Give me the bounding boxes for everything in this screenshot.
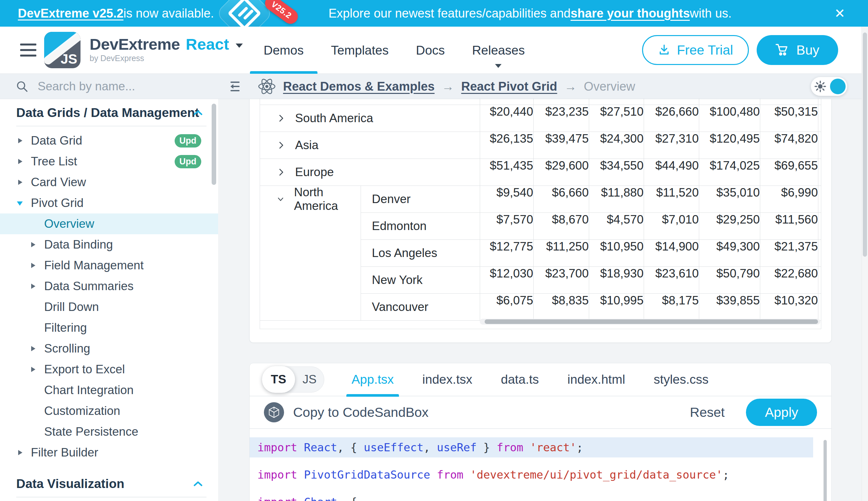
page-scrollbar-thumb[interactable] xyxy=(863,32,867,257)
theme-toggle[interactable] xyxy=(811,77,847,96)
sidebar-section-data-grids-data-management[interactable]: Data Grids / Data Management xyxy=(0,104,218,122)
apply-button[interactable]: Apply xyxy=(746,399,817,426)
sidebar-item-drill-down[interactable]: Drill Down xyxy=(0,297,218,318)
banner-version-link[interactable]: DevExtreme v25.2 xyxy=(18,7,123,20)
sidebar-item-filtering[interactable]: Filtering xyxy=(0,318,218,338)
value-cell: $26,135 xyxy=(480,131,533,159)
banner-message: Explore our newest features/capabilities… xyxy=(329,0,732,26)
language-toggle-knob-ts[interactable]: TS xyxy=(262,366,295,393)
tab-styles-css[interactable]: styles.css xyxy=(639,363,723,396)
expand-right-icon xyxy=(31,346,35,351)
nav-item-demos[interactable]: Demos xyxy=(250,26,318,74)
tab-index-html[interactable]: index.html xyxy=(553,363,639,396)
sidebar-scrollbar-thumb[interactable] xyxy=(212,104,216,185)
copy-to-codesandbox-button[interactable]: Copy to CodeSandBox xyxy=(264,402,428,422)
nav-item-label: Templates xyxy=(331,43,389,57)
tab-data-ts[interactable]: data.ts xyxy=(486,363,553,396)
value-cell: $49,300 xyxy=(699,239,760,266)
language-toggle[interactable]: TS JS xyxy=(262,366,324,393)
banner-message-pre: Explore our newest features/capabilities… xyxy=(329,7,571,20)
code-line: import PivotGridDataSource from 'devextr… xyxy=(250,465,831,485)
buy-button[interactable]: Buy xyxy=(757,35,838,65)
language-toggle-js[interactable]: JS xyxy=(295,373,324,386)
banner-close-icon[interactable]: ✕ xyxy=(831,4,848,22)
sidebar-item-state-persistence[interactable]: State Persistence xyxy=(0,422,218,442)
demo-sidebar: Data Grids / Data ManagementData GridUpd… xyxy=(0,99,218,501)
code-token: } xyxy=(477,441,497,454)
city-label: Edmonton xyxy=(372,219,427,233)
code-actionbar: Copy to CodeSandBox Reset Apply xyxy=(250,396,831,429)
nav-item-label: Docs xyxy=(416,43,445,57)
search-input[interactable] xyxy=(37,79,180,94)
reset-button[interactable]: Reset xyxy=(688,405,726,420)
framework-caret-icon[interactable] xyxy=(236,44,243,48)
region-cell-europe[interactable]: Europe xyxy=(260,159,480,185)
pivot-table: South America$20,440$23,235$27,510$26,66… xyxy=(260,98,821,321)
row-collapse-icon[interactable] xyxy=(277,195,284,203)
sidebar-item-data-binding[interactable]: Data Binding xyxy=(0,234,218,255)
code-token: useEffect xyxy=(364,441,424,454)
collapse-sidebar-icon[interactable] xyxy=(227,79,242,94)
code-token: from xyxy=(497,441,530,454)
row-expand-icon[interactable] xyxy=(277,168,285,177)
row-expand-icon[interactable] xyxy=(277,141,285,149)
code-editor[interactable]: import React, { useEffect, useRef } from… xyxy=(250,429,831,501)
sidebar-item-scrolling[interactable]: Scrolling xyxy=(0,338,218,359)
value-cell: $23,610 xyxy=(644,266,699,294)
share-thoughts-link[interactable]: share your thoughts xyxy=(571,7,690,20)
value-cell: $26,660 xyxy=(644,105,699,131)
sidebar-item-chart-integration[interactable]: Chart Integration xyxy=(0,380,218,401)
breadcrumb-react-demos-examples[interactable]: React Demos & Examples xyxy=(283,79,435,94)
sidebar-item-overview[interactable]: Overview xyxy=(0,213,218,234)
sidebar-section-data-visualization[interactable]: Data Visualization xyxy=(0,475,218,493)
theme-toggle-knob[interactable] xyxy=(830,79,846,94)
hamburger-menu-icon[interactable] xyxy=(20,44,36,56)
clipped-cell xyxy=(818,213,821,239)
nav-item-docs[interactable]: Docs xyxy=(402,26,458,74)
sidebar-item-filter-builder[interactable]: Filter Builder xyxy=(0,442,218,463)
nav-item-releases[interactable]: Releases xyxy=(458,26,539,74)
framework-selector[interactable]: React xyxy=(186,36,229,52)
value-cell: $74,820 xyxy=(760,131,818,159)
expand-right-icon xyxy=(31,284,35,289)
tab-app-tsx[interactable]: App.tsx xyxy=(337,363,408,396)
region-cell-south-america[interactable]: South America xyxy=(260,105,480,131)
clipped-cell xyxy=(818,266,821,294)
expand-right-icon xyxy=(18,450,22,455)
clipped-cell xyxy=(818,185,821,213)
tab-index-tsx[interactable]: index.tsx xyxy=(408,363,486,396)
app-header: JS DevExtreme React by DevExpress DemosT… xyxy=(0,26,868,74)
sidebar-item-label: Scrolling xyxy=(44,342,90,355)
region-cell-north-america[interactable]: North America xyxy=(260,185,361,320)
value-cell: $50,790 xyxy=(699,266,760,294)
sidebar-item-label: Tree List xyxy=(31,154,77,168)
sidebar-item-field-management[interactable]: Field Management xyxy=(0,255,218,276)
sidebar-divider xyxy=(16,126,207,126)
pivot-horizontal-scrollbar-thumb[interactable] xyxy=(485,319,818,324)
city-cell-los-angeles: Los Angeles xyxy=(361,239,480,266)
sidebar-item-label: Data Grid xyxy=(31,134,82,148)
free-trial-button[interactable]: Free Trial xyxy=(642,35,749,65)
nav-item-templates[interactable]: Templates xyxy=(318,26,403,74)
sidebar-item-customization[interactable]: Customization xyxy=(0,401,218,422)
sidebar-item-pivot-grid[interactable]: Pivot Grid xyxy=(0,193,218,213)
devextreme-js-logo[interactable]: JS xyxy=(44,32,80,68)
value-cell: $29,600 xyxy=(533,159,589,185)
clipped-cell xyxy=(818,159,821,185)
sidebar-item-label: Customization xyxy=(44,404,120,418)
code-scrollbar-thumb[interactable] xyxy=(824,440,827,501)
city-cell-new-york: New York xyxy=(361,266,480,294)
region-cell-asia[interactable]: Asia xyxy=(260,131,480,159)
sidebar-item-card-view[interactable]: Card View xyxy=(0,172,218,193)
pivot-row-denver: North AmericaDenver$9,540$6,660$11,880$1… xyxy=(260,185,821,213)
sidebar-item-data-grid[interactable]: Data GridUpd xyxy=(0,130,218,151)
sidebar-item-tree-list[interactable]: Tree ListUpd xyxy=(0,151,218,172)
value-cell: $10,995 xyxy=(589,294,644,320)
code-token: 'devextreme/ui/pivot_grid/data_source' xyxy=(470,468,723,481)
breadcrumb-react-pivot-grid[interactable]: React Pivot Grid xyxy=(461,79,557,94)
row-expand-icon[interactable] xyxy=(277,114,285,122)
sidebar-item-export-to-excel[interactable]: Export to Excel xyxy=(0,359,218,380)
value-cell: $12,030 xyxy=(480,266,533,294)
sidebar-item-data-summaries[interactable]: Data Summaries xyxy=(0,276,218,297)
value-cell: $10,950 xyxy=(589,239,644,266)
